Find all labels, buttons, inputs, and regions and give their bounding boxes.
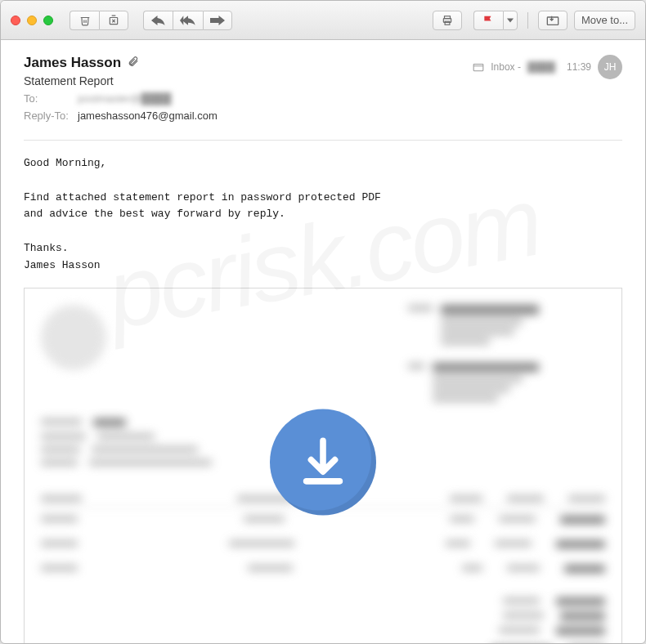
message-actions-group: [70, 11, 128, 30]
message-body: Good Morning, Find attached statement re…: [1, 141, 645, 643]
close-window-button[interactable]: [11, 16, 20, 25]
download-icon: [270, 409, 376, 515]
mailbox-label: Inbox -: [491, 61, 521, 73]
to-value: postmaster@████: [78, 92, 171, 105]
mail-window: Move to... James Hasson Statement Report…: [0, 0, 646, 644]
chevron-down-icon: [507, 18, 514, 23]
titlebar: Move to...: [1, 1, 645, 40]
move-to-label: Move to...: [581, 14, 628, 26]
junk-button[interactable]: [99, 11, 128, 30]
forward-button[interactable]: [203, 11, 232, 30]
svg-rect-7: [547, 17, 558, 25]
trash-button[interactable]: [70, 11, 99, 30]
avatar-initials: JH: [604, 61, 617, 73]
maximize-window-button[interactable]: [43, 16, 53, 25]
mailbox-value: ████: [527, 61, 555, 73]
move-icon: [546, 15, 559, 26]
attachment-icon: [128, 56, 139, 70]
avatar: JH: [598, 55, 622, 79]
from-name: James Hasson: [24, 55, 121, 71]
to-label: To:: [24, 92, 73, 105]
header-meta: Inbox - ████ 11:39 JH: [473, 55, 622, 79]
reply-to-label: Reply-To:: [24, 110, 73, 122]
mailbox-icon: [473, 62, 484, 72]
move-icon-button[interactable]: [538, 11, 567, 30]
attachment-preview[interactable]: [24, 288, 622, 643]
reply-all-icon: [180, 16, 196, 25]
body-text: Good Morning, Find attached statement re…: [24, 155, 622, 275]
message-header: James Hasson Statement Report To: postma…: [1, 40, 645, 130]
minimize-window-button[interactable]: [27, 16, 37, 25]
reply-button[interactable]: [143, 11, 173, 30]
move-to-button[interactable]: Move to...: [574, 11, 635, 30]
flag-menu-button[interactable]: [503, 11, 518, 30]
junk-icon: [108, 15, 119, 26]
reply-all-button[interactable]: [173, 11, 203, 30]
print-button[interactable]: [433, 11, 462, 30]
toolbar-divider: [527, 12, 528, 29]
forward-icon: [210, 16, 225, 25]
print-icon: [441, 15, 454, 26]
window-controls: [11, 16, 53, 25]
reply-to-value: jameshasson476@gmail.com: [78, 110, 218, 122]
flag-icon: [482, 15, 494, 26]
flag-button[interactable]: [473, 11, 503, 30]
reply-group: [143, 11, 232, 30]
svg-rect-8: [473, 65, 483, 71]
trash-icon: [79, 15, 91, 26]
flag-group: [473, 11, 518, 30]
time: 11:39: [567, 61, 591, 73]
reply-to-row: Reply-To: jameshasson476@gmail.com: [24, 110, 622, 122]
to-row: To: postmaster@████: [24, 92, 622, 105]
reply-icon: [151, 16, 166, 25]
